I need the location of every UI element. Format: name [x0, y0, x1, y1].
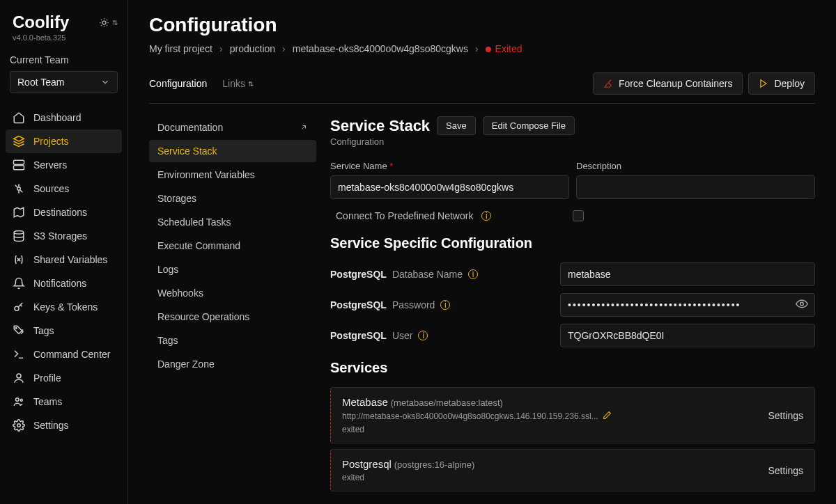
- subnav-resops[interactable]: Resource Operations: [149, 306, 316, 328]
- db-user-input[interactable]: [560, 324, 815, 347]
- status-dot-icon: [486, 47, 491, 52]
- info-icon[interactable]: i: [468, 269, 478, 279]
- updown-icon: ⇅: [112, 19, 118, 26]
- nav-settings[interactable]: Settings: [6, 414, 122, 437]
- service-card-metabase[interactable]: Metabase (metabase/metabase:latest) http…: [330, 387, 815, 443]
- save-button[interactable]: Save: [437, 116, 476, 135]
- main: Configuration My first project › product…: [128, 0, 836, 504]
- service-settings-link[interactable]: Settings: [768, 465, 803, 476]
- info-icon[interactable]: i: [440, 300, 450, 310]
- nav-notifications[interactable]: Notifications: [6, 271, 122, 295]
- service-image: (postgres:16-alpine): [394, 459, 475, 470]
- tab-configuration[interactable]: Configuration: [149, 78, 207, 89]
- updown-icon: ⇅: [248, 80, 254, 88]
- chevron-right-icon: ›: [219, 43, 223, 54]
- description-label: Description: [576, 161, 815, 171]
- subnav-env-vars[interactable]: Environment Variables: [149, 164, 316, 186]
- info-icon[interactable]: i: [481, 211, 491, 221]
- svg-point-0: [102, 21, 106, 24]
- nav-projects[interactable]: Projects: [6, 129, 122, 153]
- status-badge: Exited: [486, 43, 522, 54]
- button-label: Deploy: [774, 78, 805, 89]
- nav-label: Notifications: [33, 278, 86, 289]
- breadcrumb-project[interactable]: My first project: [149, 43, 212, 54]
- nav-tags[interactable]: Tags: [6, 319, 122, 342]
- theme-toggle[interactable]: ⇅: [99, 17, 118, 28]
- predef-network-checkbox[interactable]: [573, 210, 584, 221]
- svg-rect-3: [14, 166, 24, 170]
- kv-row-password: PostgreSQL Password i: [330, 293, 815, 317]
- svg-point-15: [17, 424, 21, 427]
- nav-keys[interactable]: Keys & Tokens: [6, 295, 122, 319]
- subnav-webhooks[interactable]: Webhooks: [149, 282, 316, 304]
- tab-links[interactable]: Links ⇅: [222, 78, 254, 89]
- bell-icon: [13, 277, 25, 290]
- svg-marker-1: [14, 136, 24, 142]
- subnav-logs[interactable]: Logs: [149, 258, 316, 281]
- svg-point-13: [16, 398, 20, 402]
- breadcrumb-resource[interactable]: metabase-oks8c4000o0w4g8so80cgkws: [293, 43, 468, 54]
- main-nav: Dashboard Projects Servers Sources Desti…: [0, 106, 127, 437]
- deploy-button[interactable]: Deploy: [748, 72, 815, 95]
- edit-compose-button[interactable]: Edit Compose File: [483, 116, 575, 135]
- kv-prefix: PostgreSQL: [330, 269, 387, 280]
- button-label: Force Cleanup Containers: [619, 78, 732, 89]
- nav-profile[interactable]: Profile: [6, 366, 122, 390]
- nav-command[interactable]: Command Center: [6, 342, 122, 366]
- subnav-service-stack[interactable]: Service Stack: [149, 140, 316, 162]
- force-cleanup-button[interactable]: Force Cleanup Containers: [593, 72, 743, 95]
- pencil-icon[interactable]: [603, 411, 612, 422]
- nav-servers[interactable]: Servers: [6, 153, 122, 177]
- service-name-input[interactable]: [330, 175, 569, 199]
- gear-icon: [13, 419, 25, 432]
- subnav-danger[interactable]: Danger Zone: [149, 353, 316, 375]
- service-settings-link[interactable]: Settings: [768, 410, 803, 421]
- external-link-icon: [300, 123, 308, 132]
- svg-point-12: [17, 374, 21, 378]
- git-icon: [13, 182, 25, 195]
- svg-marker-7: [14, 207, 24, 217]
- service-url: http://metabase-oks8c4000o0w4g8so80cgkws…: [342, 411, 598, 421]
- version-label: v4.0.0-beta.325: [0, 32, 127, 54]
- svg-point-8: [14, 231, 24, 235]
- key-icon: [13, 301, 25, 313]
- service-status: exited: [342, 473, 474, 482]
- tab-row: Configuration Links ⇅ Force Cleanup Cont…: [149, 72, 815, 104]
- subnav-scheduled[interactable]: Scheduled Tasks: [149, 211, 316, 233]
- variable-icon: [13, 253, 25, 266]
- nav-shared[interactable]: Shared Variables: [6, 248, 122, 271]
- subnav-documentation[interactable]: Documentation: [149, 116, 316, 139]
- eye-icon[interactable]: [796, 298, 808, 313]
- service-card-postgres[interactable]: Postgresql (postgres:16-alpine) exited S…: [330, 449, 815, 491]
- sidebar: Coolify ⇅ v4.0.0-beta.325 Current Team R…: [0, 0, 128, 504]
- brand-title[interactable]: Coolify: [13, 13, 69, 32]
- breadcrumb-env[interactable]: production: [230, 43, 275, 54]
- info-icon[interactable]: i: [418, 331, 428, 340]
- nav-sources[interactable]: Sources: [6, 177, 122, 200]
- db-name-input[interactable]: [560, 262, 815, 286]
- team-selected: Root Team: [17, 77, 64, 88]
- nav-teams[interactable]: Teams: [6, 390, 122, 414]
- nav-label: Keys & Tokens: [33, 301, 98, 313]
- svg-point-14: [20, 399, 22, 401]
- chevron-right-icon: ›: [475, 43, 479, 54]
- nav-label: Destinations: [33, 207, 87, 218]
- service-status: exited: [342, 425, 612, 434]
- nav-destinations[interactable]: Destinations: [6, 200, 122, 224]
- svg-marker-16: [761, 80, 766, 88]
- nav-dashboard[interactable]: Dashboard: [6, 106, 122, 129]
- team-select[interactable]: Root Team: [10, 71, 118, 93]
- users-icon: [13, 395, 25, 408]
- description-input[interactable]: [576, 175, 815, 199]
- kv-row-dbname: PostgreSQL Database Name i: [330, 262, 815, 286]
- subnav-tags[interactable]: Tags: [149, 329, 316, 352]
- nav-label: S3 Storages: [33, 230, 87, 242]
- kv-row-user: PostgreSQL User i: [330, 324, 815, 347]
- subnav-exec[interactable]: Execute Command: [149, 235, 316, 257]
- nav-label: Dashboard: [33, 112, 82, 123]
- subnav-storages[interactable]: Storages: [149, 187, 316, 210]
- nav-s3[interactable]: S3 Storages: [6, 224, 122, 248]
- svg-point-9: [15, 306, 19, 310]
- db-password-input[interactable]: [560, 293, 815, 317]
- svg-point-6: [17, 187, 21, 191]
